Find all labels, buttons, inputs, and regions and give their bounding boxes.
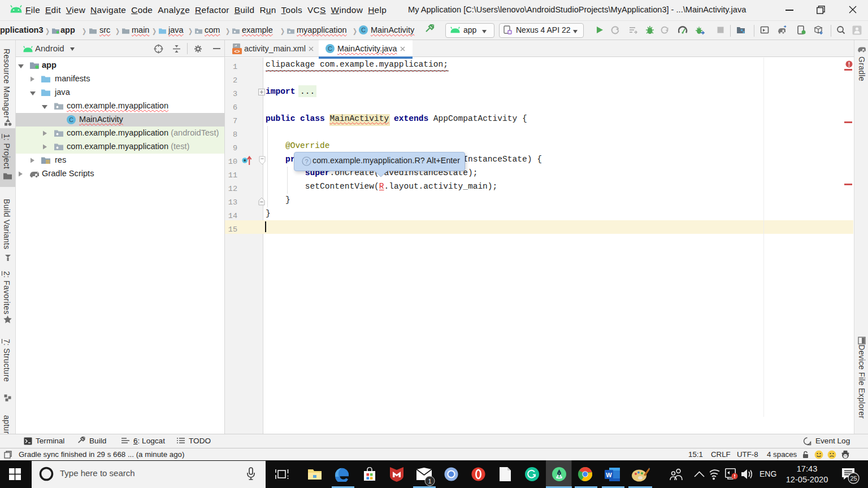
- svg-text:25: 25: [850, 475, 857, 482]
- svg-text:C: C: [328, 45, 332, 52]
- svg-text:1: 1: [428, 478, 431, 485]
- svg-text:W: W: [606, 472, 612, 478]
- svg-text:<>: <>: [234, 49, 240, 55]
- svg-text:C: C: [69, 116, 73, 123]
- svg-text:C: C: [361, 27, 366, 33]
- svg-text:?: ?: [305, 158, 308, 165]
